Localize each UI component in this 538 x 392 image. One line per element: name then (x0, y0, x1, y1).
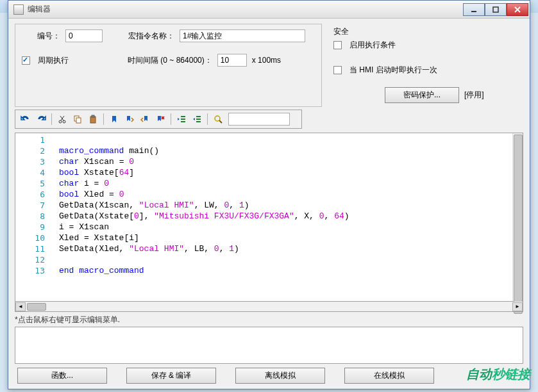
periodic-checkbox[interactable] (22, 56, 30, 65)
line-gutter: 12345678910111213 (15, 133, 47, 301)
minimize-button[interactable] (463, 3, 485, 16)
code-line[interactable]: char i = 0 (59, 178, 512, 189)
code-line[interactable]: SetData(Xled, "Local HMI", LB, 0, 1) (59, 243, 512, 254)
settings-panel: 编号： 宏指令名称： 周期执行 时间间隔 (0 ~ 864000)： x 100… (15, 24, 322, 107)
disable-label: [停用] (464, 90, 484, 101)
interval-unit: x 100ms (252, 56, 281, 65)
line-number: 10 (15, 233, 47, 243)
interval-input[interactable] (217, 54, 247, 67)
editor-window: 编辑器 编号： 宏指令名称： 周期执行 时间间隔 (0 ~ 864000)： (8, 0, 530, 389)
line-number: 3 (15, 156, 47, 167)
hint-text: *点击鼠标右键可显示编辑菜单. (15, 314, 523, 325)
window-title: 编辑器 (28, 4, 463, 15)
code-line[interactable]: bool Xled = 0 (59, 189, 512, 200)
code-line[interactable]: i = X1scan (59, 222, 512, 233)
macro-name-input[interactable] (180, 29, 305, 42)
line-number: 9 (15, 222, 47, 233)
hscroll-left-button[interactable]: ◄ (15, 302, 26, 311)
titlebar[interactable]: 编辑器 (8, 1, 530, 19)
maximize-button[interactable] (485, 3, 507, 16)
close-button[interactable] (507, 3, 528, 16)
svg-rect-9 (76, 118, 81, 123)
hmi-once-label: 当 HMI 启动时即执行一次 (349, 65, 437, 76)
hscroll-right-button[interactable]: ► (512, 302, 523, 311)
code-line[interactable]: char X1scan = 0 (59, 156, 512, 167)
paste-icon[interactable] (87, 113, 99, 126)
id-input[interactable] (65, 29, 103, 42)
vertical-scrollbar[interactable] (512, 133, 523, 301)
interval-label: 时间间隔 (0 ~ 864000)： (128, 55, 212, 66)
svg-line-21 (219, 120, 222, 123)
code-line[interactable]: macro_command main() (59, 145, 512, 156)
code-line[interactable] (59, 254, 512, 265)
line-number: 13 (15, 265, 47, 276)
id-label: 编号： (22, 31, 60, 42)
code-line[interactable]: bool Xstate[64] (59, 167, 512, 178)
bookmark-toggle-icon[interactable] (108, 113, 121, 126)
svg-line-7 (60, 116, 63, 120)
enable-condition-checkbox[interactable] (333, 41, 342, 49)
password-protect-button[interactable]: 密码保护... (385, 87, 459, 103)
search-input[interactable] (228, 113, 290, 126)
svg-point-4 (59, 120, 62, 123)
line-number: 5 (15, 178, 47, 189)
line-number: 8 (15, 211, 47, 222)
horizontal-scrollbar[interactable]: ◄ ► (15, 302, 523, 312)
hscroll-thumb[interactable] (27, 303, 46, 311)
line-number: 7 (15, 200, 47, 211)
svg-point-5 (63, 120, 65, 123)
periodic-label: 周期执行 (38, 55, 69, 66)
line-number: 6 (15, 189, 47, 200)
svg-rect-11 (92, 115, 94, 117)
redo-icon[interactable] (35, 113, 47, 126)
output-textarea[interactable] (15, 327, 523, 364)
vscroll-thumb[interactable] (514, 135, 523, 314)
find-icon[interactable] (212, 113, 224, 126)
line-number: 12 (15, 254, 47, 265)
svg-line-6 (61, 116, 64, 120)
undo-icon[interactable] (19, 113, 32, 126)
code-line[interactable]: Xled = Xstate[i] (59, 233, 512, 243)
line-number: 4 (15, 167, 47, 178)
enable-condition-label: 启用执行条件 (349, 40, 396, 51)
cut-icon[interactable] (56, 113, 69, 126)
security-panel: 安全 启用执行条件 当 HMI 启动时即执行一次 密码保护... [停用] (331, 24, 523, 107)
save-compile-button[interactable]: 保存 & 编译 (126, 368, 216, 384)
security-title: 安全 (333, 26, 523, 37)
code-line[interactable] (59, 135, 512, 145)
code-line[interactable]: GetData(X1scan, "Local HMI", LW, 0, 1) (59, 200, 512, 211)
code-line[interactable]: end macro_command (59, 265, 512, 276)
outdent-icon[interactable] (190, 113, 203, 126)
macro-name-label: 宏指令名称： (117, 31, 174, 42)
indent-icon[interactable] (175, 113, 188, 126)
svg-rect-1 (493, 7, 498, 12)
line-number: 1 (15, 135, 47, 145)
toolbar (15, 110, 302, 129)
copy-icon[interactable] (71, 113, 84, 126)
code-editor[interactable]: 12345678910111213 macro_command main()ch… (15, 133, 523, 302)
line-number: 2 (15, 145, 47, 156)
bookmark-next-icon[interactable] (123, 113, 136, 126)
svg-point-20 (215, 116, 220, 121)
hmi-once-checkbox[interactable] (333, 66, 342, 74)
code-body[interactable]: macro_command main()char X1scan = 0bool … (47, 133, 512, 301)
bookmark-clear-icon[interactable] (154, 113, 167, 126)
line-number: 11 (15, 243, 47, 254)
online-sim-button[interactable]: 在线模拟 (344, 368, 434, 384)
code-line[interactable]: GetData(Xstate[0], "Mitsubishi FX3U/FX3G… (59, 211, 512, 222)
offline-sim-button[interactable]: 离线模拟 (235, 368, 325, 384)
bookmark-prev-icon[interactable] (139, 113, 151, 126)
functions-button[interactable]: 函数... (17, 368, 107, 384)
app-icon (13, 4, 24, 15)
